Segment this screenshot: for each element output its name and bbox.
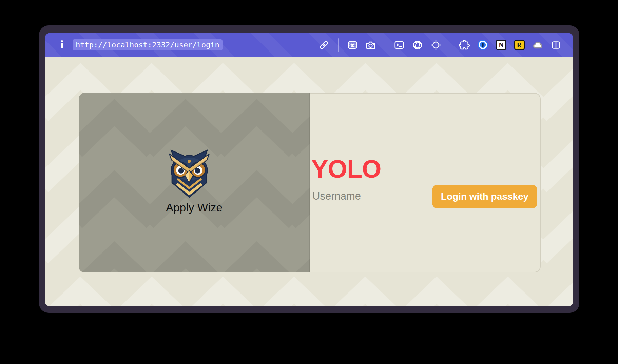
login-with-passkey-button[interactable]: Login with passkey: [432, 185, 537, 208]
camera-icon[interactable]: [365, 39, 376, 51]
r-badge-icon[interactable]: R: [514, 39, 525, 51]
browser-toolbar: N R: [318, 38, 562, 52]
toolbar-divider: [450, 38, 450, 52]
login-card: Apply Wize YOLO Username Login with pass…: [79, 93, 541, 272]
r-letter: R: [514, 40, 525, 50]
brand-name: Apply Wize: [79, 201, 310, 214]
toolbar-divider: [385, 38, 385, 52]
split-view-icon[interactable]: [550, 39, 562, 51]
username-label: Username: [312, 190, 361, 202]
globe-icon[interactable]: [412, 39, 423, 51]
browser-window: i http://localhost:2332/user/login: [39, 25, 579, 313]
image-icon[interactable]: [347, 39, 358, 51]
onepassword-icon[interactable]: [477, 39, 488, 51]
notion-letter: N: [496, 40, 506, 50]
notion-icon[interactable]: N: [495, 39, 507, 51]
crosshair-icon[interactable]: [430, 39, 442, 51]
address-bar[interactable]: http://localhost:2332/user/login: [73, 39, 223, 50]
cloud-icon[interactable]: [532, 39, 543, 51]
login-heading: YOLO: [311, 157, 381, 182]
link-icon[interactable]: [318, 39, 330, 51]
brand-image-panel: Apply Wize: [79, 93, 310, 272]
owl-logo: [166, 147, 212, 199]
browser-header: i http://localhost:2332/user/login: [45, 33, 573, 57]
info-icon: i: [58, 40, 66, 50]
terminal-icon[interactable]: [393, 39, 405, 51]
toolbar-divider: [338, 38, 339, 52]
window-content: i http://localhost:2332/user/login: [45, 33, 573, 306]
login-page: Apply Wize YOLO Username Login with pass…: [45, 57, 573, 306]
extensions-puzzle-icon[interactable]: [459, 39, 470, 51]
